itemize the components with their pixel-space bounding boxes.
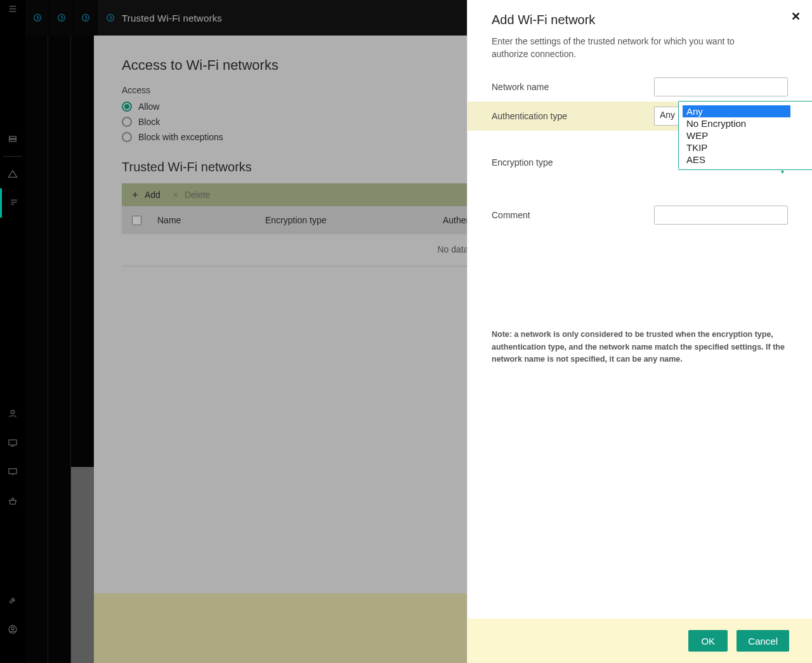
- col-encryption[interactable]: Encryption type: [265, 215, 443, 225]
- label-encryption-type: Encryption type: [492, 142, 654, 167]
- panel-title: Add Wi-Fi network: [492, 13, 788, 27]
- delete-button-label: Delete: [185, 190, 210, 200]
- svg-point-16: [58, 15, 65, 22]
- nav-column-1: [25, 36, 48, 663]
- sidebar-monitor-icon[interactable]: [0, 457, 25, 487]
- encryption-option-none[interactable]: No Encryption: [683, 117, 812, 129]
- sidebar-basket-icon[interactable]: [0, 487, 25, 516]
- encryption-option-aes[interactable]: AES: [683, 154, 812, 166]
- svg-rect-4: [10, 140, 16, 141]
- sidebar-wrench-icon[interactable]: [0, 586, 25, 615]
- radio-icon-checked: [122, 102, 132, 112]
- radio-allow-label: Allow: [138, 102, 159, 112]
- panel-subtitle: Enter the settings of the trusted networ…: [492, 35, 788, 61]
- panel-note: Note: a network is only considered to be…: [492, 329, 788, 365]
- plus-icon: [131, 190, 140, 199]
- row-comment: Comment: [492, 200, 788, 230]
- input-comment[interactable]: [654, 206, 788, 225]
- close-icon[interactable]: ✕: [791, 10, 801, 23]
- row-encryption-type: Encryption type ▾ Any No Encryption WEP …: [492, 131, 788, 200]
- svg-point-18: [107, 15, 114, 22]
- row-network-name: Network name: [492, 72, 788, 102]
- svg-point-14: [11, 627, 14, 630]
- encryption-option-any[interactable]: Any: [683, 105, 790, 117]
- encryption-dropdown-listbox[interactable]: Any No Encryption WEP TKIP AES: [678, 101, 812, 170]
- radio-block-exceptions-label: Block with exceptions: [138, 132, 223, 142]
- add-wifi-panel: ✕ Add Wi-Fi network Enter the settings o…: [467, 0, 812, 663]
- select-all-checkbox[interactable]: [132, 216, 141, 225]
- encryption-option-wep[interactable]: WEP: [683, 129, 812, 141]
- sidebar-device-icon[interactable]: [0, 428, 25, 457]
- svg-rect-3: [10, 136, 16, 138]
- breadcrumb-current-icon: [105, 13, 115, 23]
- label-network-name: Network name: [492, 82, 654, 92]
- left-sidebar: [0, 0, 25, 663]
- svg-point-17: [82, 15, 89, 22]
- svg-point-15: [34, 15, 41, 22]
- radio-block-label: Block: [138, 117, 160, 127]
- sidebar-item-1[interactable]: [0, 124, 25, 154]
- x-icon: [172, 191, 180, 199]
- breadcrumb-title: Trusted Wi-Fi networks: [122, 13, 222, 23]
- add-button[interactable]: Add: [131, 190, 160, 200]
- sidebar-user-icon[interactable]: [0, 399, 25, 428]
- encryption-option-tkip[interactable]: TKIP: [683, 141, 812, 154]
- sidebar-account-icon[interactable]: [0, 615, 25, 644]
- delete-button: Delete: [172, 190, 210, 200]
- panel-footer: OK Cancel: [468, 619, 812, 663]
- radio-icon-unchecked: [122, 117, 132, 127]
- label-auth-type: Authentication type: [492, 111, 654, 121]
- nav-column-3: [71, 36, 94, 663]
- sidebar-separator: [4, 156, 22, 157]
- cancel-button[interactable]: Cancel: [737, 630, 789, 652]
- sidebar-item-3[interactable]: [0, 188, 25, 218]
- breadcrumb-step-icon-3[interactable]: [74, 0, 98, 36]
- label-comment: Comment: [492, 210, 654, 220]
- breadcrumb-step-icon-1[interactable]: [25, 0, 49, 36]
- radio-icon-unchecked: [122, 132, 132, 142]
- svg-point-8: [11, 410, 14, 414]
- nav-column-2: [48, 36, 71, 663]
- svg-rect-11: [9, 469, 16, 474]
- sidebar-item-2[interactable]: [0, 159, 25, 188]
- svg-rect-9: [9, 440, 16, 445]
- ok-button[interactable]: OK: [688, 630, 728, 652]
- breadcrumb-step-icon-2[interactable]: [49, 0, 74, 36]
- col-name[interactable]: Name: [157, 215, 265, 225]
- add-button-label: Add: [145, 190, 160, 200]
- input-network-name[interactable]: [654, 77, 788, 96]
- hamburger-menu-icon[interactable]: [0, 0, 25, 18]
